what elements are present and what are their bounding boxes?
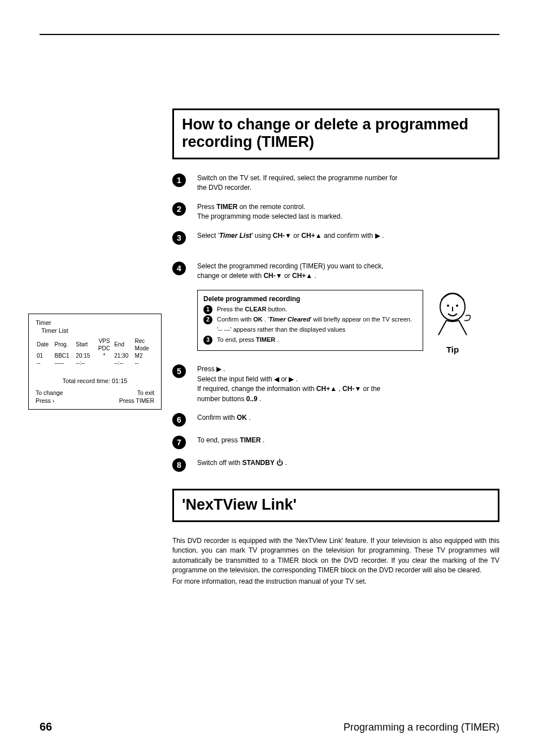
- page-number: 66: [40, 720, 52, 733]
- timer-osd-table: Date Prog. Start VPSPDC End RecMode 01 B…: [36, 337, 154, 367]
- step-1: 1 Switch on the TV set. If required, sel…: [172, 173, 499, 193]
- cell: 20:15: [75, 352, 95, 359]
- step-6: 6 Confirm with OK .: [172, 413, 499, 427]
- timer-list-label: Timer List: [219, 232, 251, 240]
- text: To end, press: [217, 336, 256, 343]
- tip-icon-column: Tip: [430, 290, 475, 354]
- ch-up-label: CH+: [316, 385, 330, 393]
- text: and confirm with: [322, 232, 375, 240]
- cell: -----: [54, 359, 75, 367]
- ch-down-label: CH-: [342, 385, 354, 393]
- step-8: 8 Switch off with STANDBY ⏻ .: [172, 458, 499, 472]
- step-bullet-5: 5: [172, 364, 186, 378]
- table-row: 01 BBC1 20:15 * 21:30 M2: [36, 352, 154, 359]
- text: Confirm with: [217, 316, 253, 323]
- text: Press the: [217, 306, 245, 312]
- cell: --:--: [75, 359, 95, 367]
- text: To exit: [119, 389, 154, 397]
- text: ' using: [251, 232, 273, 240]
- text: ,: [337, 385, 342, 393]
- tip-line-3: 3 To end, press TIMER .: [203, 336, 417, 345]
- ok-button-label: OK: [237, 414, 247, 422]
- text: Press: [197, 365, 216, 373]
- text: or: [279, 375, 289, 383]
- text: on the remote control.: [237, 203, 305, 211]
- text: Select the input field with: [197, 375, 274, 383]
- ok-button-label: OK: [253, 316, 263, 323]
- down-arrow-icon: ▼: [354, 385, 361, 393]
- tip-line-2: 2 Confirm with OK . 'Timer Cleared' will…: [203, 315, 417, 324]
- nextview-body-wrap: This DVD recorder is equipped with the '…: [172, 536, 499, 586]
- cell: --:--: [113, 359, 133, 367]
- text: .: [221, 365, 225, 373]
- step-bullet-4: 4: [172, 262, 186, 275]
- cell: --: [134, 359, 154, 367]
- cell: BBC1: [54, 352, 75, 359]
- text: To change: [36, 389, 63, 397]
- cell: 21:30: [113, 352, 133, 359]
- col-start: Start: [75, 337, 95, 352]
- text: .: [247, 414, 251, 422]
- main-column: How to change or delete a programmed rec…: [172, 108, 499, 472]
- step-bullet-7: 7: [172, 436, 186, 449]
- text: '-- ---' appears rather than the display…: [217, 325, 417, 334]
- text: Confirm with: [197, 414, 237, 422]
- nextview-section: 'NexTView Link': [172, 489, 499, 522]
- step-5: 5 Press ▶ . Select the input field with …: [172, 364, 499, 404]
- step-bullet-3: 3: [172, 231, 186, 245]
- text: .: [312, 272, 316, 280]
- cell: [95, 359, 114, 367]
- text: If required, change the information with: [197, 385, 316, 393]
- page-section-title: Programming a recording (TIMER): [344, 722, 499, 733]
- tip-box-wrap: Delete programmed recording 1 Press the …: [197, 290, 499, 354]
- timer-button-label: TIMER: [240, 436, 260, 444]
- col-mode: RecMode: [134, 337, 154, 352]
- step-7-text: To end, press TIMER .: [197, 436, 401, 445]
- timer-button-label: TIMER: [256, 336, 275, 343]
- total-record-time: Total record time: 01:15: [36, 377, 154, 385]
- step-6-text: Confirm with OK .: [197, 413, 401, 423]
- text: Select ': [197, 232, 219, 240]
- step-8-text: Switch off with STANDBY ⏻ .: [197, 458, 401, 468]
- timer-osd-subtitle: Timer List: [41, 327, 154, 334]
- tip-line-2b: '-- ---' appears rather than the display…: [203, 325, 417, 334]
- step-bullet-2: 2: [172, 202, 186, 216]
- svg-point-1: [447, 305, 449, 307]
- right-arrow-icon: ▶: [375, 232, 380, 240]
- text: .: [380, 232, 384, 240]
- number-buttons-label: 0..9: [246, 395, 258, 403]
- step-7: 7 To end, press TIMER .: [172, 436, 499, 449]
- step-bullet-1: 1: [172, 173, 186, 187]
- step-bullet-8: 8: [172, 458, 186, 472]
- heading-box-1: How to change or delete a programmed rec…: [172, 108, 499, 159]
- tip-bullet-3: 3: [203, 336, 212, 345]
- step-3: 3 Select 'Timer List' using CH-▼ or CH+▲…: [172, 231, 499, 245]
- down-arrow-icon: ▼: [276, 272, 282, 280]
- tip-bullet-1: 1: [203, 305, 212, 314]
- cell: M2: [134, 352, 154, 359]
- cell: *: [95, 352, 114, 359]
- col-vps: VPSPDC: [95, 337, 114, 352]
- heading-1: How to change or delete a programmed rec…: [182, 116, 490, 151]
- col-date: Date: [36, 337, 54, 352]
- svg-point-2: [456, 305, 458, 307]
- down-arrow-icon: ▼: [285, 232, 292, 240]
- step-1-text: Switch on the TV set. If required, selec…: [197, 173, 401, 193]
- text: The programming mode selected last is ma…: [197, 212, 342, 220]
- col-prog: Prog.: [54, 337, 75, 352]
- cell: --: [36, 359, 54, 367]
- up-arrow-icon: ▲: [306, 272, 312, 280]
- text: .: [258, 395, 262, 403]
- standby-button-label: STANDBY: [242, 459, 275, 467]
- right-arrow-icon: ▶: [216, 365, 221, 373]
- tip-bullet-2: 2: [203, 315, 212, 324]
- nextview-body: This DVD recorder is equipped with the '…: [172, 536, 499, 576]
- text: Press: [197, 203, 216, 211]
- top-divider: [40, 34, 499, 35]
- footer-left: To change Press ›: [36, 389, 63, 405]
- page-footer: 66 Programming a recording (TIMER): [40, 720, 499, 733]
- left-arrow-icon: ◀: [274, 375, 279, 383]
- timer-button-label: TIMER: [216, 203, 237, 211]
- tip-box-title: Delete programmed recording: [203, 295, 417, 303]
- text: .: [261, 436, 265, 444]
